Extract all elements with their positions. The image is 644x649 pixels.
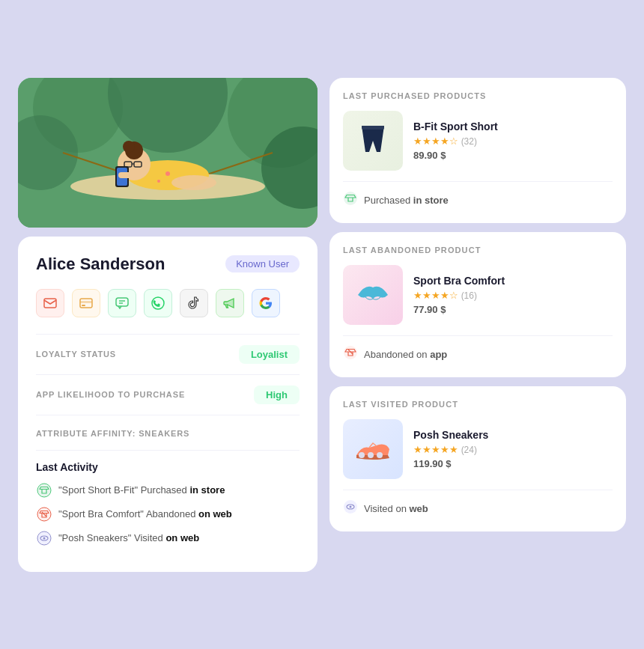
visited-action: Visited on web bbox=[343, 490, 613, 518]
tiktok-icon[interactable] bbox=[180, 289, 208, 317]
visited-action-icon bbox=[343, 499, 358, 518]
loyalty-label: LOYALTY STATUS bbox=[36, 350, 116, 359]
visited-title: LAST VISITED PRODUCT bbox=[343, 400, 613, 409]
activity-text-2: "Sport Bra Comfort" Abandoned on web bbox=[58, 508, 232, 519]
visited-name: Posh Sneakers bbox=[413, 429, 613, 441]
svg-point-38 bbox=[344, 192, 357, 205]
app-likelihood-row: APP LIKELIHOOD TO PURCHASE High bbox=[36, 374, 300, 415]
loyalty-status-row: LOYALTY STATUS Loyalist bbox=[36, 334, 300, 374]
chat-icon[interactable] bbox=[108, 289, 136, 317]
affinity-row: ATTRIBUTE AFFINITY: SNEAKERS bbox=[36, 415, 300, 450]
google-icon[interactable] bbox=[252, 289, 280, 317]
abandoned-action-icon bbox=[343, 345, 358, 364]
abandoned-name: Sport Bra Comfort bbox=[413, 275, 613, 287]
abandoned-reviews: (16) bbox=[461, 290, 477, 301]
visited-price: 119.90 $ bbox=[413, 458, 613, 469]
activity-item-1: "Sport Short B-Fit" Purchased in store bbox=[36, 482, 300, 499]
activity-item-2: "Sport Bra Comfort" Abandoned on web bbox=[36, 506, 300, 522]
email-icon[interactable] bbox=[36, 289, 64, 317]
eye-icon bbox=[36, 530, 52, 546]
loyalty-badge: Loyalist bbox=[239, 345, 300, 364]
purchased-details: B-Fit Sport Short ★★★★☆ (32) 89.90 $ bbox=[413, 121, 613, 161]
svg-rect-27 bbox=[116, 298, 128, 306]
app-likelihood-label: APP LIKELIHOOD TO PURCHASE bbox=[36, 390, 185, 399]
abandoned-price: 77.90 $ bbox=[413, 304, 613, 315]
megaphone-icon[interactable] bbox=[216, 289, 244, 317]
hero-image bbox=[18, 78, 318, 228]
main-container: Alice Sanderson Known User bbox=[18, 78, 626, 572]
abandoned-product-info: Sport Bra Comfort ★★★★☆ (16) 77.90 $ bbox=[343, 265, 613, 325]
svg-rect-26 bbox=[82, 305, 85, 306]
user-name: Alice Sanderson bbox=[36, 255, 165, 274]
profile-card: Alice Sanderson Known User bbox=[18, 237, 318, 572]
svg-rect-23 bbox=[44, 299, 56, 308]
activity-item-3: "Posh Sneakers" Visited on web bbox=[36, 530, 300, 546]
abandoned-action-text: Abandoned on app bbox=[364, 349, 447, 360]
last-purchased-card: LAST PURCHASED PRODUCTS B-Fit Sport Shor… bbox=[329, 78, 626, 223]
visited-product-info: Posh Sneakers ★★★★★ (24) 119.90 $ bbox=[343, 419, 613, 479]
visited-stars: ★★★★★ (24) bbox=[413, 444, 613, 455]
purchased-title: LAST PURCHASED PRODUCTS bbox=[343, 91, 613, 100]
svg-point-39 bbox=[344, 346, 357, 359]
svg-point-42 bbox=[368, 452, 374, 458]
purchased-action: Purchased in store bbox=[343, 181, 613, 210]
purchased-name: B-Fit Sport Short bbox=[413, 121, 613, 132]
purchased-action-icon bbox=[343, 191, 358, 210]
channel-icons bbox=[36, 289, 300, 317]
activity-text-1: "Sport Short B-Fit" Purchased in store bbox=[58, 484, 225, 496]
purchased-reviews: (32) bbox=[461, 136, 477, 147]
svg-point-21 bbox=[157, 180, 160, 183]
svg-point-36 bbox=[43, 537, 46, 539]
svg-point-46 bbox=[350, 505, 352, 508]
svg-point-22 bbox=[171, 175, 216, 190]
svg-rect-25 bbox=[80, 301, 92, 303]
svg-point-12 bbox=[123, 141, 135, 153]
visited-reviews: (24) bbox=[461, 445, 477, 455]
svg-point-31 bbox=[37, 484, 51, 497]
abandoned-title: LAST ABANDONED PRODUCT bbox=[343, 246, 613, 255]
svg-point-41 bbox=[359, 452, 365, 458]
abandoned-details: Sport Bra Comfort ★★★★☆ (16) 77.90 $ bbox=[413, 275, 613, 315]
store-icon bbox=[36, 482, 52, 499]
purchased-thumb bbox=[343, 111, 403, 171]
visited-details: Posh Sneakers ★★★★★ (24) 119.90 $ bbox=[413, 429, 613, 469]
visited-thumb bbox=[343, 419, 403, 479]
purchased-product-info: B-Fit Sport Short ★★★★☆ (32) 89.90 $ bbox=[343, 111, 613, 171]
affinity-label: ATTRIBUTE AFFINITY: SNEAKERS bbox=[36, 429, 189, 438]
right-column: LAST PURCHASED PRODUCTS B-Fit Sport Shor… bbox=[329, 78, 626, 572]
activity-title: Last Activity bbox=[36, 461, 300, 473]
abandon-icon bbox=[36, 506, 52, 522]
visited-action-text: Visited on web bbox=[364, 503, 428, 514]
svg-point-43 bbox=[377, 452, 383, 458]
abandoned-stars: ★★★★☆ (16) bbox=[413, 290, 613, 301]
purchased-action-text: Purchased in store bbox=[364, 195, 449, 206]
left-column: Alice Sanderson Known User bbox=[18, 78, 318, 572]
likelihood-badge: High bbox=[254, 386, 300, 404]
whatsapp-icon[interactable] bbox=[144, 289, 172, 317]
activity-section: Last Activity "Sport Short B-Fit" Purcha… bbox=[36, 450, 300, 546]
card-icon[interactable] bbox=[72, 289, 100, 317]
purchased-stars: ★★★★☆ (32) bbox=[413, 135, 613, 147]
profile-header: Alice Sanderson Known User bbox=[36, 255, 300, 274]
svg-rect-37 bbox=[362, 126, 384, 130]
activity-text-3: "Posh Sneakers" Visited on web bbox=[58, 532, 199, 543]
last-abandoned-card: LAST ABANDONED PRODUCT Sport Bra Comfort… bbox=[329, 232, 626, 377]
abandoned-action: Abandoned on app bbox=[343, 335, 613, 364]
purchased-price: 89.90 $ bbox=[413, 150, 613, 161]
last-visited-card: LAST VISITED PRODUCT bbox=[329, 386, 626, 531]
svg-point-19 bbox=[165, 171, 170, 176]
known-user-badge: Known User bbox=[225, 255, 300, 272]
abandoned-thumb bbox=[343, 265, 403, 325]
